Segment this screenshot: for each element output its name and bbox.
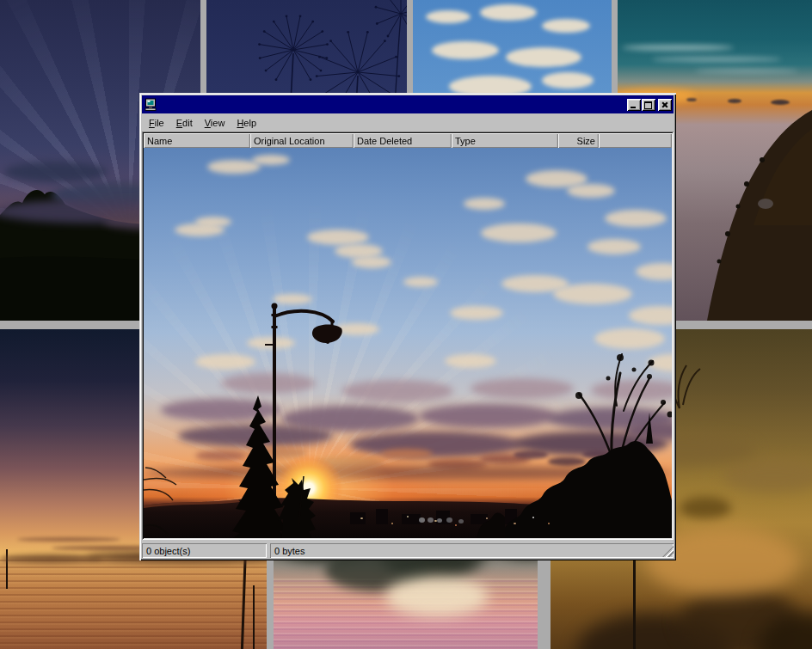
sky-detail xyxy=(695,69,798,73)
close-icon xyxy=(661,101,668,107)
column-header-row: Name Original Location Date Deleted Type… xyxy=(144,133,672,148)
sky-detail xyxy=(771,100,790,105)
light-dot xyxy=(419,517,425,523)
status-bytes: 0 bytes xyxy=(270,543,674,558)
column-header-date-deleted[interactable]: Date Deleted xyxy=(354,133,452,148)
bokeh xyxy=(680,497,731,519)
light-dot xyxy=(391,523,393,524)
light-dot xyxy=(428,517,434,523)
sky-detail xyxy=(728,99,741,103)
menu-help[interactable]: Help xyxy=(231,115,262,131)
shore xyxy=(0,554,103,563)
menu-view[interactable]: View xyxy=(199,115,231,131)
column-header-filler xyxy=(599,133,672,148)
light-dot xyxy=(455,524,457,526)
sky-detail xyxy=(652,57,781,62)
minimize-button[interactable] xyxy=(627,99,641,111)
cloud xyxy=(4,162,108,182)
reflection xyxy=(385,577,489,616)
water-pole xyxy=(253,585,255,649)
water-ripples xyxy=(0,560,267,649)
cloud xyxy=(480,4,537,21)
list-view[interactable]: Name Original Location Date Deleted Type… xyxy=(142,132,674,540)
computer-icon xyxy=(144,98,157,112)
cloud xyxy=(432,41,499,59)
light-dot xyxy=(548,523,550,524)
title-bar[interactable] xyxy=(142,95,674,113)
water-pole xyxy=(6,549,8,589)
cloud xyxy=(542,72,594,89)
shore xyxy=(17,537,120,542)
light-dot xyxy=(532,517,534,518)
recycle-window: File Edit View Help Name Original Locati… xyxy=(139,93,676,560)
menu-bar: File Edit View Help xyxy=(142,113,674,132)
desktop-wallpaper: File Edit View Help Name Original Locati… xyxy=(0,0,812,649)
city-lights xyxy=(144,148,672,538)
column-header-type[interactable]: Type xyxy=(452,133,558,148)
light-dot xyxy=(407,516,409,517)
status-bar: 0 object(s) 0 bytes xyxy=(142,540,674,558)
light-dot xyxy=(360,517,363,519)
light-dot xyxy=(458,519,464,523)
light-dot xyxy=(437,518,442,523)
status-objects: 0 object(s) xyxy=(142,543,267,558)
light-dot xyxy=(446,517,452,523)
maximize-icon xyxy=(644,101,652,109)
column-header-name[interactable]: Name xyxy=(144,133,250,148)
sky-detail xyxy=(622,45,734,51)
column-header-size[interactable]: Size xyxy=(558,133,599,148)
light-dot xyxy=(486,517,488,519)
minimize-icon xyxy=(631,107,636,108)
close-button[interactable] xyxy=(658,99,672,111)
cloud xyxy=(542,19,590,33)
light-dot xyxy=(514,523,516,524)
column-header-original-location[interactable]: Original Location xyxy=(250,133,354,148)
cloud xyxy=(506,47,581,67)
maximize-button[interactable] xyxy=(642,99,655,111)
menu-file[interactable]: File xyxy=(143,115,170,131)
sky-detail xyxy=(686,98,697,101)
menu-edit[interactable]: Edit xyxy=(170,115,199,131)
cloud xyxy=(426,10,471,23)
wallpaper-showthrough-photo xyxy=(144,148,672,538)
